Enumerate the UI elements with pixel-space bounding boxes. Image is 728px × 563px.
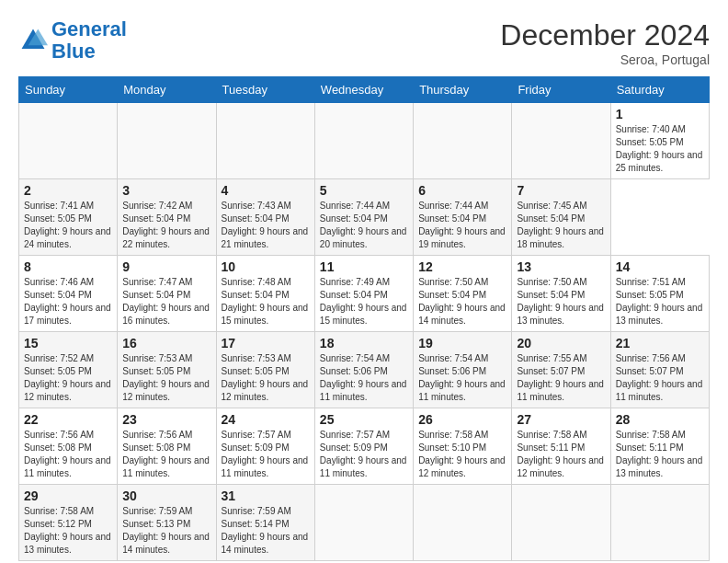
calendar-cell: 6Sunrise: 7:44 AMSunset: 5:04 PMDaylight… [414,179,512,256]
day-number: 21 [616,336,704,350]
day-info: Sunrise: 7:57 AMSunset: 5:09 PMDaylight:… [320,430,407,478]
calendar-cell: 22Sunrise: 7:56 AMSunset: 5:08 PMDayligh… [19,408,118,485]
day-info: Sunrise: 7:58 AMSunset: 5:12 PMDaylight:… [24,506,111,555]
day-info: Sunrise: 7:54 AMSunset: 5:06 PMDaylight:… [418,353,506,402]
day-number: 5 [320,183,408,198]
weekday-header: Tuesday [216,77,314,103]
weekday-header: Monday [118,77,216,103]
calendar-cell: 9Sunrise: 7:47 AMSunset: 5:04 PMDaylight… [118,256,216,332]
day-info: Sunrise: 7:57 AMSunset: 5:09 PMDaylight:… [222,430,309,478]
day-info: Sunrise: 7:42 AMSunset: 5:04 PMDaylight:… [122,201,210,249]
calendar-cell: 1Sunrise: 7:40 AMSunset: 5:05 PMDaylight… [610,103,709,179]
calendar-cell: 27Sunrise: 7:58 AMSunset: 5:11 PMDayligh… [512,408,610,485]
title-block: December 2024 Seroa, Portugal [500,18,710,67]
day-number: 28 [616,412,704,427]
calendar-cell: 29Sunrise: 7:58 AMSunset: 5:12 PMDayligh… [19,485,118,561]
calendar-cell: 20Sunrise: 7:55 AMSunset: 5:07 PMDayligh… [512,332,610,408]
day-number: 16 [122,336,210,350]
calendar-cell: 8Sunrise: 7:46 AMSunset: 5:04 PMDaylight… [19,256,118,332]
calendar-cell: 15Sunrise: 7:52 AMSunset: 5:05 PMDayligh… [19,332,118,408]
calendar-cell: 14Sunrise: 7:51 AMSunset: 5:05 PMDayligh… [610,256,709,332]
calendar-cell [216,103,314,179]
calendar-cell: 26Sunrise: 7:58 AMSunset: 5:10 PMDayligh… [414,408,512,485]
day-number: 2 [24,183,112,198]
calendar-cell [118,103,216,179]
calendar-cell [414,103,512,179]
calendar-cell: 5Sunrise: 7:44 AMSunset: 5:04 PMDaylight… [314,179,413,256]
day-number: 14 [616,259,704,274]
calendar-cell: 28Sunrise: 7:58 AMSunset: 5:11 PMDayligh… [610,408,709,485]
calendar-cell [314,485,413,561]
calendar-week-row: 15Sunrise: 7:52 AMSunset: 5:05 PMDayligh… [19,332,710,408]
calendar-cell: 18Sunrise: 7:54 AMSunset: 5:06 PMDayligh… [314,332,413,408]
day-info: Sunrise: 7:45 AMSunset: 5:04 PMDaylight:… [517,201,604,249]
calendar-cell: 17Sunrise: 7:53 AMSunset: 5:05 PMDayligh… [216,332,314,408]
calendar-cell: 21Sunrise: 7:56 AMSunset: 5:07 PMDayligh… [610,332,709,408]
day-number: 24 [222,412,310,427]
location: Seroa, Portugal [500,52,710,67]
day-number: 9 [122,259,210,274]
day-number: 29 [24,488,112,503]
day-info: Sunrise: 7:59 AMSunset: 5:14 PMDaylight:… [222,506,309,555]
day-number: 22 [24,412,112,427]
calendar-week-row: 1Sunrise: 7:40 AMSunset: 5:05 PMDaylight… [19,103,710,179]
calendar-cell [314,103,413,179]
day-info: Sunrise: 7:41 AMSunset: 5:05 PMDaylight:… [24,201,111,249]
day-info: Sunrise: 7:44 AMSunset: 5:04 PMDaylight:… [320,201,407,249]
day-info: Sunrise: 7:59 AMSunset: 5:13 PMDaylight:… [122,506,210,555]
day-number: 30 [122,488,210,503]
day-number: 25 [320,412,408,427]
weekday-header-row: SundayMondayTuesdayWednesdayThursdayFrid… [19,77,710,103]
calendar-table: SundayMondayTuesdayWednesdayThursdayFrid… [18,76,710,561]
day-info: Sunrise: 7:58 AMSunset: 5:10 PMDaylight:… [418,430,506,478]
calendar-cell: 23Sunrise: 7:56 AMSunset: 5:08 PMDayligh… [118,408,216,485]
day-number: 10 [222,259,310,274]
calendar-cell: 3Sunrise: 7:42 AMSunset: 5:04 PMDaylight… [118,179,216,256]
day-info: Sunrise: 7:53 AMSunset: 5:05 PMDaylight:… [222,353,309,402]
day-info: Sunrise: 7:50 AMSunset: 5:04 PMDaylight:… [517,277,604,326]
day-info: Sunrise: 7:44 AMSunset: 5:04 PMDaylight:… [418,201,506,249]
day-info: Sunrise: 7:52 AMSunset: 5:05 PMDaylight:… [24,353,111,402]
calendar-week-row: 29Sunrise: 7:58 AMSunset: 5:12 PMDayligh… [19,485,710,561]
weekday-header: Thursday [414,77,512,103]
day-info: Sunrise: 7:56 AMSunset: 5:08 PMDaylight:… [24,430,111,478]
weekday-header: Friday [512,77,610,103]
day-info: Sunrise: 7:56 AMSunset: 5:08 PMDaylight:… [122,430,210,478]
calendar-cell: 10Sunrise: 7:48 AMSunset: 5:04 PMDayligh… [216,256,314,332]
calendar-cell: 25Sunrise: 7:57 AMSunset: 5:09 PMDayligh… [314,408,413,485]
day-info: Sunrise: 7:54 AMSunset: 5:06 PMDaylight:… [320,353,407,402]
day-info: Sunrise: 7:58 AMSunset: 5:11 PMDaylight:… [517,430,604,478]
calendar-cell: 11Sunrise: 7:49 AMSunset: 5:04 PMDayligh… [314,256,413,332]
day-number: 20 [517,336,605,350]
calendar-cell: 31Sunrise: 7:59 AMSunset: 5:14 PMDayligh… [216,485,314,561]
day-number: 7 [517,183,605,198]
day-info: Sunrise: 7:49 AMSunset: 5:04 PMDaylight:… [320,277,407,326]
calendar-cell: 4Sunrise: 7:43 AMSunset: 5:04 PMDaylight… [216,179,314,256]
calendar-cell [512,103,610,179]
day-number: 17 [222,336,310,350]
day-info: Sunrise: 7:46 AMSunset: 5:04 PMDaylight:… [24,277,111,326]
day-number: 3 [122,183,210,198]
calendar-cell: 13Sunrise: 7:50 AMSunset: 5:04 PMDayligh… [512,256,610,332]
day-info: Sunrise: 7:56 AMSunset: 5:07 PMDaylight:… [616,353,703,402]
weekday-header: Saturday [610,77,709,103]
day-number: 13 [517,259,605,274]
day-info: Sunrise: 7:58 AMSunset: 5:11 PMDaylight:… [616,430,703,478]
day-number: 12 [418,259,506,274]
day-number: 4 [222,183,310,198]
day-number: 18 [320,336,408,350]
day-number: 6 [418,183,506,198]
calendar-cell: 19Sunrise: 7:54 AMSunset: 5:06 PMDayligh… [414,332,512,408]
calendar-cell: 2Sunrise: 7:41 AMSunset: 5:05 PMDaylight… [19,179,118,256]
calendar-cell: 12Sunrise: 7:50 AMSunset: 5:04 PMDayligh… [414,256,512,332]
calendar-cell [512,485,610,561]
day-info: Sunrise: 7:55 AMSunset: 5:07 PMDaylight:… [517,353,604,402]
calendar-cell: 30Sunrise: 7:59 AMSunset: 5:13 PMDayligh… [118,485,216,561]
weekday-header: Sunday [19,77,118,103]
calendar-cell [19,103,118,179]
month-title: December 2024 [500,18,710,52]
day-info: Sunrise: 7:43 AMSunset: 5:04 PMDaylight:… [222,201,309,249]
calendar-cell: 24Sunrise: 7:57 AMSunset: 5:09 PMDayligh… [216,408,314,485]
day-number: 27 [517,412,605,427]
day-number: 19 [418,336,506,350]
